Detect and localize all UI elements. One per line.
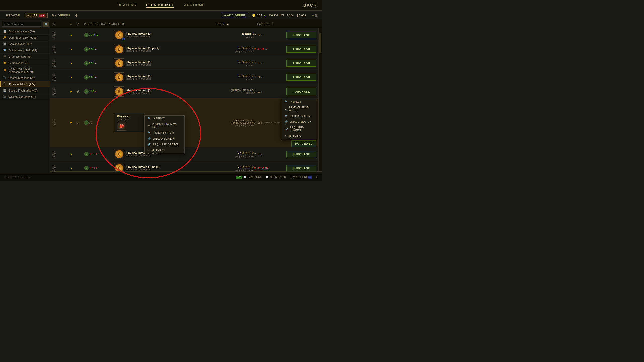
cig-icon: 🚬 <box>3 95 7 99</box>
sidebar-item-documents[interactable]: 📄 Documents case (16) <box>0 28 50 35</box>
sidebar-item-dorm-key[interactable]: 🔑 Dorm room 110 Key (5) <box>0 35 50 41</box>
expires-cell: ⏱ 04:18m <box>254 48 286 51</box>
star-button[interactable]: ★ <box>70 166 77 170</box>
sidebar-item-gunpowder[interactable]: 💥 Gunpowder (97) <box>0 60 50 66</box>
rub-amount: ₽ 4 451 809 <box>269 14 284 17</box>
item-name: Physical bitcoin (2) <box>126 32 151 35</box>
th-price[interactable]: Price ▲ <box>217 23 257 25</box>
right-context-metrics[interactable]: ∿ METRICS <box>281 133 316 139</box>
context-menu: 🔍 INSPECT ★ REMOVE FROM W-LIST 🔍 <box>144 115 185 153</box>
context-linked-search[interactable]: 🔗 LINKED SEARCH <box>145 136 184 142</box>
context-metrics[interactable]: ∿ METRICS <box>145 147 184 153</box>
right-context-filter[interactable]: 🔍 FILTER BY ITEM <box>281 113 316 119</box>
sidebar-item-cigarettes[interactable]: 🚬 Wilston cigarettes (38) <box>0 94 50 100</box>
documents-icon: 📄 <box>3 30 7 33</box>
list-view-icon[interactable]: ≡ <box>312 13 314 17</box>
right-context-required[interactable]: 🔗 REQUIRED SEARCH <box>281 125 316 133</box>
context-filter-item[interactable]: 🔍 FILTER BY ITEM <box>145 130 184 136</box>
purchase-button[interactable]: PURCHASE <box>286 32 316 38</box>
star-button[interactable]: ★ <box>70 48 77 51</box>
expires-cell: ⏱ 00:51:32 <box>254 167 286 170</box>
merchant-rating: M -0.11 ▼ <box>84 152 114 156</box>
right-context-inspect[interactable]: 🔍 INSPECT <box>281 99 316 105</box>
scope-icon: 🔭 <box>3 76 7 80</box>
settings-icon[interactable]: ⚙ <box>75 13 78 17</box>
search-input[interactable] <box>2 22 41 27</box>
item-info: Physical bitcoin (1) Barter Items > Valu… <box>126 89 151 94</box>
nav-auctions[interactable]: AUCTIONS <box>184 3 205 8</box>
star-button[interactable]: ★ <box>70 90 77 93</box>
merchant-icon: M <box>84 166 89 170</box>
settings-bottom-button[interactable]: ⚙ <box>316 176 318 178</box>
item-info: Physical bitcoin (1- pack) Barter Items … <box>126 47 159 52</box>
price-per: per item <box>213 78 254 81</box>
item-info: Physical bitcoin (1) Barter Items > Valu… <box>126 61 151 66</box>
purchase-button[interactable]: PURCHASE <box>286 151 316 157</box>
my-offers-tab[interactable]: MY OFFERS <box>50 13 72 18</box>
watchlist-button[interactable]: ⚠ WATCHLIST 6 <box>290 176 312 179</box>
star-button[interactable]: ★ <box>70 76 77 79</box>
swap-button[interactable]: ⇄ <box>77 90 84 93</box>
item-category: Barter Items > Valuables <box>126 64 151 66</box>
add-offer-button[interactable]: + ADD OFFER <box>222 13 248 18</box>
item-name: Physical bitcoin (1- pack) <box>126 47 159 50</box>
nav-links: DEALERS FLEA MARKET AUCTIONS <box>117 3 205 8</box>
gas-icon: 🔲 <box>3 42 7 46</box>
search-button[interactable]: 🔍 <box>43 22 49 27</box>
btc-coin: ₿ <box>115 31 123 39</box>
bottom-right: > 99 📖 HANDBOOK 💬 MESSENGER ⚠ WATCHLIST … <box>236 176 318 179</box>
context-required-search[interactable]: 🔗 REQUIRED SEARCH <box>145 142 184 147</box>
grid-view-icon[interactable]: ⊞ <box>315 13 318 17</box>
sub-nav: BROWSE W-LIST 2/3 MY OFFERS ⚙ + ADD OFFE… <box>0 11 322 20</box>
sidebar-item-graphics-card[interactable]: 🖥 Graphics card (93) <box>0 54 50 60</box>
gamma-approx: (APPROX. 575 000 ₽) <box>213 122 254 124</box>
sidebar-item-smg[interactable]: 🔫 HK MP7A1 4.6x30 submachinegun (49) <box>0 66 50 75</box>
browse-tab[interactable]: BROWSE <box>4 13 22 18</box>
nav-dealers[interactable]: DEALERS <box>117 3 136 8</box>
purchase-button[interactable]: PURCHASE <box>286 60 316 67</box>
swap-button[interactable]: ⇄ <box>77 121 84 124</box>
blue-badge: 6 <box>308 176 312 179</box>
wlist-tab[interactable]: W-LIST 2/3 <box>25 13 48 18</box>
expires-cell: ⏱ 19h <box>254 76 286 79</box>
row-id: 18 656 230 <box>52 150 70 158</box>
drive-icon: 💾 <box>3 89 7 92</box>
star-button[interactable]: ★ <box>70 121 77 124</box>
purchase-button[interactable]: PURCHASE <box>286 74 316 81</box>
merchant-rating: M 1.93 ▲ <box>84 89 114 94</box>
item-icon: ₿ <box>114 149 124 159</box>
handbook-button[interactable]: > 99 📖 HANDBOOK <box>236 176 262 179</box>
sidebar-item-bitcoin[interactable]: ₿ Physical bitcoin (172) <box>0 81 50 87</box>
tooltip-subtitle: Barter Item <box>117 118 142 121</box>
offer-cell: ₿ Physical bitcoin (1) Barter Items > Va… <box>114 86 213 97</box>
star-button[interactable]: ★ <box>70 33 77 37</box>
purchase-button[interactable]: PURCHASE <box>286 165 316 171</box>
row-id: 18 642 270 <box>52 31 70 39</box>
scrollbar[interactable] <box>318 28 322 171</box>
context-remove-wlist[interactable]: ★ REMOVE FROM W-LIST <box>145 121 184 130</box>
right-context-remove[interactable]: ★ REMOVE FROM W-LIST <box>281 105 316 113</box>
sidebar-item-gas-analyzer[interactable]: 🔲 Gas analyzer (186) <box>0 41 50 47</box>
table-header: ID ★ ⇄ Merchant (rating) Offer Price ▲ E… <box>50 20 322 28</box>
purchase-button[interactable]: PURCHASE <box>291 140 316 147</box>
star-button[interactable]: ★ <box>70 152 77 156</box>
context-inspect[interactable]: 🔍 INSPECT <box>145 116 184 121</box>
sidebar-item-flash-drive[interactable]: 💾 Secure Flash drive (60) <box>0 87 50 94</box>
nav-flea-market[interactable]: FLEA MARKET <box>146 3 174 8</box>
filter-icon: 🔍 <box>148 131 151 134</box>
table-row: 18 663 640 ★ M 0.20 ▲ ₿ <box>50 56 318 70</box>
scroll-thumb[interactable] <box>319 33 321 53</box>
sidebar-item-ophthal[interactable]: 🔭 Ophthalmoscope (25) <box>0 75 50 81</box>
star-button[interactable]: ★ <box>70 62 77 65</box>
merchant-rating: M 0.06 ▲ <box>84 75 114 80</box>
right-context-linked[interactable]: 🔗 LINKED SEARCH <box>281 119 316 125</box>
purchase-button[interactable]: PURCHASE <box>286 46 316 53</box>
messenger-button[interactable]: 💬 MESSENGER <box>266 176 286 178</box>
sidebar-item-golden-chain[interactable]: 💎 Golden neck chain (92) <box>0 47 50 54</box>
purchase-button[interactable]: PURCHASE <box>286 88 316 95</box>
th-swap: ⇄ <box>77 23 84 25</box>
right-context-menu: 🔍 INSPECT ★ REMOVE FROM W-LIST 🔍 FILTER … <box>281 99 316 139</box>
back-button[interactable]: BACK <box>303 3 317 8</box>
right-action-area: 🔍 INSPECT ★ REMOVE FROM W-LIST 🔍 FILTER … <box>286 99 316 147</box>
linked-icon2: 🔗 <box>285 120 288 123</box>
